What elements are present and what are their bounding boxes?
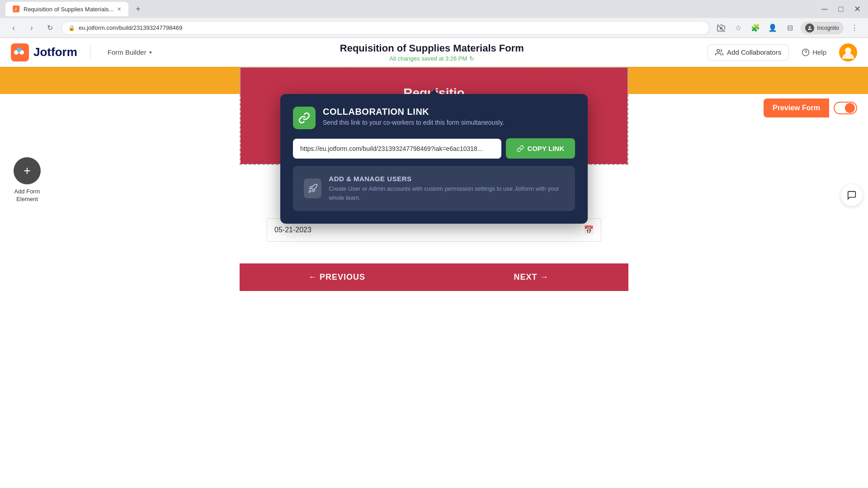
link-row: COPY LINK bbox=[293, 138, 575, 159]
sidebar-toggle-icon[interactable]: ⊟ bbox=[783, 22, 796, 34]
add-form-element: + Add FormElement bbox=[14, 157, 41, 203]
next-button-2[interactable]: NEXT → bbox=[434, 263, 628, 291]
nav-divider bbox=[90, 46, 90, 59]
jotform-logo[interactable]: Jotform bbox=[11, 43, 77, 61]
manage-users-card[interactable]: ADD & MANAGE USERS Create User or Admin … bbox=[293, 166, 575, 211]
form-title: Requisition of Supplies Materials Form bbox=[165, 42, 698, 54]
nav-right: Add Collaborators Help bbox=[708, 43, 857, 61]
svg-text:J: J bbox=[14, 7, 17, 11]
window-controls: ─ □ ✕ bbox=[819, 4, 863, 14]
add-element-btn[interactable]: + bbox=[14, 157, 41, 184]
help-button[interactable]: Help bbox=[796, 45, 832, 60]
popup-arrow bbox=[429, 89, 439, 94]
next2-label: NEXT → bbox=[514, 272, 548, 282]
minimize-btn[interactable]: ─ bbox=[819, 4, 830, 14]
manage-users-text: ADD & MANAGE USERS Create User or Admin … bbox=[329, 175, 564, 202]
prev-next-row: ← PREVIOUS NEXT → bbox=[240, 263, 628, 291]
calendar-icon[interactable]: 📅 bbox=[584, 225, 594, 235]
collaboration-popup: COLLABORATION LINK Send this link to you… bbox=[280, 94, 588, 224]
address-bar[interactable]: 🔒 eu.jotform.com/build/231393247798469 bbox=[61, 21, 709, 35]
collab-header: COLLABORATION LINK Send this link to you… bbox=[293, 107, 575, 129]
preview-form-label: Preview Form bbox=[773, 104, 820, 112]
add-element-label: Add FormElement bbox=[14, 188, 40, 203]
add-collaborators-button[interactable]: Add Collaborators bbox=[708, 44, 789, 61]
new-tab-btn[interactable]: + bbox=[132, 3, 145, 15]
preview-toggle-area: Preview Form bbox=[764, 99, 857, 117]
tab-favicon: J bbox=[13, 5, 20, 13]
reload-btn[interactable]: ↻ bbox=[43, 22, 56, 34]
date-value: 05-21-2023 bbox=[274, 226, 311, 234]
logo-icon bbox=[11, 43, 29, 61]
camera-off-icon[interactable] bbox=[715, 22, 727, 34]
incognito-label: Incognito bbox=[817, 25, 839, 31]
profile-icon[interactable]: 👤 bbox=[766, 22, 779, 34]
form-builder-dropdown[interactable]: Form Builder ▾ bbox=[103, 46, 156, 59]
form-builder-label: Form Builder bbox=[108, 48, 146, 56]
manage-users-desc: Create User or Admin accounts with custo… bbox=[329, 184, 564, 202]
prev-label: ← PREVIOUS bbox=[308, 272, 365, 282]
tab-close-btn[interactable]: × bbox=[117, 5, 121, 13]
copy-link-button[interactable]: COPY LINK bbox=[506, 138, 575, 159]
help-label: Help bbox=[812, 48, 826, 56]
browser-toolbar-icons: ☆ 🧩 👤 ⊟ Incognito ⋮ bbox=[715, 22, 861, 34]
collab-link-icon bbox=[293, 107, 316, 129]
toggle-knob bbox=[845, 103, 855, 113]
form-builder-chevron: ▾ bbox=[149, 49, 152, 56]
incognito-badge[interactable]: Incognito bbox=[801, 22, 844, 34]
logo-text: Jotform bbox=[33, 45, 77, 59]
add-collaborators-label: Add Collaborators bbox=[727, 48, 781, 56]
close-btn[interactable]: ✕ bbox=[852, 4, 863, 14]
collab-title: COLLABORATION LINK bbox=[323, 107, 504, 117]
browser-titlebar: J Requisition of Supplies Materials... ×… bbox=[0, 0, 868, 18]
preview-toggle-switch[interactable] bbox=[834, 102, 857, 114]
browser-frame: J Requisition of Supplies Materials... ×… bbox=[0, 0, 868, 488]
address-text: eu.jotform.com/build/231393247798469 bbox=[79, 24, 182, 31]
collab-subtitle: Send this link to your co-workers to edi… bbox=[323, 119, 504, 126]
refresh-icon[interactable]: ↻ bbox=[469, 55, 474, 62]
autosave-status: All changes saved at 3:26 PM ↻ bbox=[165, 55, 698, 62]
copy-link-label: COPY LINK bbox=[528, 145, 564, 152]
incognito-icon bbox=[805, 23, 814, 33]
right-sidebar-icon[interactable] bbox=[841, 184, 863, 206]
prev-button[interactable]: ← PREVIOUS bbox=[240, 263, 434, 291]
autosave-text: All changes saved at 3:26 PM bbox=[389, 55, 467, 62]
main-area: + Add FormElement Requisitio NEXT → bbox=[0, 67, 868, 488]
forward-btn[interactable]: › bbox=[25, 22, 38, 34]
user-avatar[interactable] bbox=[839, 43, 857, 61]
browser-tab[interactable]: J Requisition of Supplies Materials... × bbox=[5, 2, 128, 16]
app-content: Jotform Form Builder ▾ Requisition of Su… bbox=[0, 38, 868, 488]
browser-toolbar: ‹ › ↻ 🔒 eu.jotform.com/build/23139324779… bbox=[0, 18, 868, 38]
lock-icon: 🔒 bbox=[68, 25, 75, 31]
tab-title: Requisition of Supplies Materials... bbox=[24, 6, 113, 13]
svg-point-12 bbox=[845, 47, 851, 54]
form-title-area: Requisition of Supplies Materials Form A… bbox=[165, 42, 698, 62]
menu-icon[interactable]: ⋮ bbox=[848, 22, 861, 34]
rocket-icon bbox=[304, 178, 321, 198]
extensions-icon[interactable]: 🧩 bbox=[749, 22, 762, 34]
svg-point-8 bbox=[717, 49, 720, 52]
back-btn[interactable]: ‹ bbox=[7, 22, 20, 34]
star-icon[interactable]: ☆ bbox=[732, 22, 745, 34]
svg-point-7 bbox=[17, 47, 21, 52]
collab-text: COLLABORATION LINK Send this link to you… bbox=[323, 107, 504, 126]
preview-form-button[interactable]: Preview Form bbox=[764, 99, 829, 117]
maximize-btn[interactable]: □ bbox=[835, 4, 846, 14]
manage-users-title: ADD & MANAGE USERS bbox=[329, 175, 564, 183]
collab-link-input[interactable] bbox=[293, 139, 501, 159]
top-navigation: Jotform Form Builder ▾ Requisition of Su… bbox=[0, 38, 868, 67]
svg-line-2 bbox=[717, 24, 725, 32]
